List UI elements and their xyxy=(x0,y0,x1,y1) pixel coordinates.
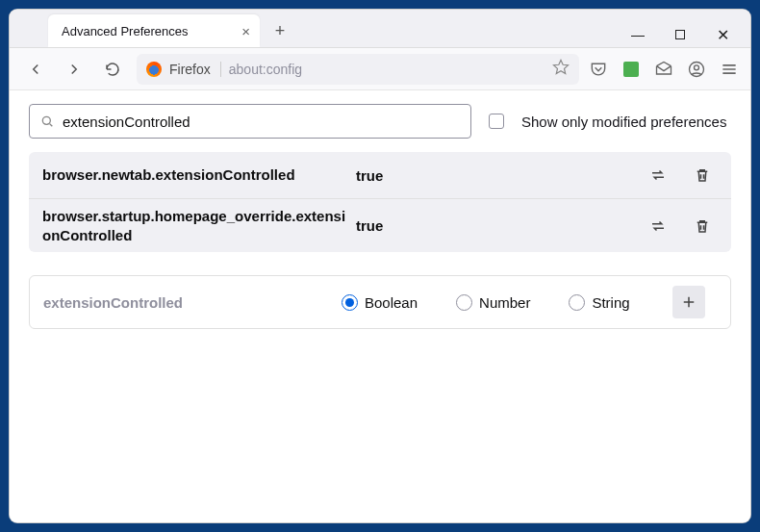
url-bar[interactable]: Firefox about:config xyxy=(137,54,579,85)
firefox-icon xyxy=(146,62,162,77)
radio-icon xyxy=(569,294,585,311)
menu-icon[interactable] xyxy=(720,60,739,79)
preference-value: true xyxy=(356,217,637,234)
radio-label: String xyxy=(592,294,629,311)
radio-icon xyxy=(456,294,472,311)
extension-icon[interactable] xyxy=(621,60,641,79)
type-radio-string[interactable]: String xyxy=(569,294,629,311)
modified-only-checkbox[interactable] xyxy=(489,114,504,129)
reload-button[interactable] xyxy=(98,55,127,84)
swap-icon xyxy=(649,217,667,235)
delete-button[interactable] xyxy=(687,160,718,190)
navigation-toolbar: Firefox about:config xyxy=(10,48,750,90)
maximize-icon[interactable] xyxy=(673,28,687,41)
close-window-icon[interactable]: ✕ xyxy=(716,28,729,41)
active-tab[interactable]: Advanced Preferences × xyxy=(48,14,260,47)
close-tab-icon[interactable]: × xyxy=(241,23,250,39)
pocket-icon[interactable] xyxy=(589,60,608,79)
browser-window: Advanced Preferences × + — ✕ Firefox abo… xyxy=(10,10,750,522)
type-radio-boolean[interactable]: Boolean xyxy=(342,294,418,311)
url-path: about:config xyxy=(229,62,302,77)
svg-point-2 xyxy=(42,116,50,124)
url-host: Firefox xyxy=(169,62,221,77)
trash-icon xyxy=(694,217,711,235)
mail-icon[interactable] xyxy=(654,60,673,79)
toolbar-icons xyxy=(589,60,739,79)
modified-only-label: Show only modified preferences xyxy=(521,114,726,130)
radio-icon xyxy=(342,294,358,311)
radio-label: Number xyxy=(479,294,530,311)
search-input[interactable]: extensionControlled xyxy=(29,104,471,139)
trash-icon xyxy=(694,166,711,184)
bookmark-star-icon[interactable] xyxy=(552,59,570,79)
type-radio-number[interactable]: Number xyxy=(456,294,530,311)
minimize-icon[interactable]: — xyxy=(631,28,645,41)
radio-label: Boolean xyxy=(365,294,418,311)
search-row: extensionControlled Show only modified p… xyxy=(29,104,731,139)
back-button[interactable] xyxy=(21,55,50,84)
search-value: extensionControlled xyxy=(63,114,190,130)
delete-button[interactable] xyxy=(687,211,718,241)
swap-icon xyxy=(649,166,667,184)
plus-icon xyxy=(680,293,697,311)
preference-value: true xyxy=(356,167,637,184)
preferences-list: browser.newtab.extensionControlled true … xyxy=(29,152,731,252)
account-icon[interactable] xyxy=(687,60,706,79)
new-tab-button[interactable]: + xyxy=(266,16,294,45)
preference-name: browser.startup.homepage_override.extens… xyxy=(42,207,350,244)
toggle-button[interactable] xyxy=(643,160,673,190)
tab-title: Advanced Preferences xyxy=(62,24,189,38)
preference-row[interactable]: browser.newtab.extensionControlled true xyxy=(29,152,731,198)
add-preference-row: extensionControlled Boolean Number Strin… xyxy=(29,275,731,329)
type-radio-group: Boolean Number String xyxy=(342,294,663,311)
search-icon xyxy=(39,114,55,129)
page-content: extensionControlled Show only modified p… xyxy=(10,90,750,522)
tab-bar: Advanced Preferences × + — ✕ xyxy=(10,10,750,48)
forward-button[interactable] xyxy=(60,55,89,84)
add-button[interactable] xyxy=(672,286,705,318)
add-preference-name: extensionControlled xyxy=(43,294,332,311)
svg-point-1 xyxy=(695,64,699,69)
preference-row[interactable]: browser.startup.homepage_override.extens… xyxy=(29,198,731,252)
preference-name: browser.newtab.extensionControlled xyxy=(42,165,350,185)
window-controls: — ✕ xyxy=(631,28,743,41)
toggle-button[interactable] xyxy=(643,211,673,241)
